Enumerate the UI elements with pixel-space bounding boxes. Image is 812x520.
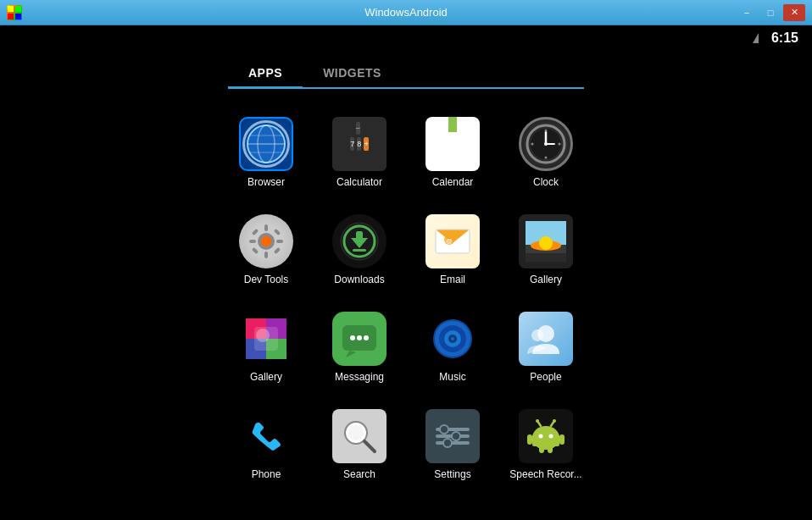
svg-point-71 (443, 439, 452, 447)
svg-rect-2 (8, 14, 14, 19)
app-calendar[interactable]: Calendar (410, 106, 495, 199)
search-label: Search (343, 468, 375, 480)
calculator-label: Calculator (336, 176, 382, 188)
svg-rect-81 (559, 434, 565, 445)
window-title: WindowsAndroid (364, 6, 448, 19)
music-label: Music (439, 371, 465, 383)
svg-rect-82 (539, 446, 544, 453)
gallery2-icon (239, 312, 293, 366)
svg-point-60 (451, 337, 454, 340)
app-search[interactable]: Search (317, 398, 402, 491)
settings-label: Settings (434, 468, 470, 480)
app-gallery1[interactable]: Gallery (503, 203, 588, 296)
minimize-button[interactable]: − (736, 4, 758, 21)
app-email[interactable]: @ Email (410, 203, 495, 296)
search-icon (332, 409, 387, 463)
browser-label: Browser (247, 176, 285, 188)
app-drawer: APPS WIDGETS Browser (0, 51, 812, 520)
svg-point-69 (440, 425, 448, 434)
app-gallery2[interactable]: Gallery (224, 301, 309, 394)
settings-icon (425, 409, 480, 463)
svg-point-79 (553, 419, 556, 423)
tab-widgets[interactable]: WIDGETS (303, 59, 402, 87)
svg-rect-1 (15, 6, 21, 12)
app-downloads[interactable]: Downloads (317, 203, 402, 296)
svg-point-52 (350, 335, 355, 340)
svg-point-74 (539, 434, 543, 439)
devtools-icon (239, 214, 293, 268)
restore-button[interactable]: □ (759, 4, 781, 21)
calculator-icon: − 7 8 + (332, 117, 387, 171)
devtools-label: Dev Tools (244, 274, 288, 285)
svg-point-16 (545, 157, 548, 159)
tabs-container: APPS WIDGETS (228, 59, 584, 89)
speech-label: Speech Recor... (509, 468, 581, 480)
svg-point-64 (348, 425, 364, 440)
svg-point-75 (549, 434, 553, 439)
svg-point-53 (357, 335, 362, 340)
svg-point-43 (539, 236, 553, 250)
people-icon (519, 312, 573, 366)
gallery1-icon (519, 214, 573, 268)
phone-icon (239, 409, 293, 463)
svg-rect-25 (276, 240, 283, 243)
svg-rect-83 (548, 446, 553, 453)
music-icon (425, 312, 480, 366)
app-devtools[interactable]: Dev Tools (224, 203, 309, 296)
titlebar-left (7, 5, 22, 20)
svg-rect-80 (527, 434, 532, 445)
svg-rect-73 (532, 434, 559, 446)
clock-label: Clock (533, 176, 559, 188)
speech-icon (519, 409, 573, 463)
gallery1-label: Gallery (530, 274, 562, 285)
gallery2-label: Gallery (250, 371, 282, 383)
svg-rect-3 (15, 14, 21, 19)
svg-point-9 (247, 125, 285, 163)
downloads-label: Downloads (334, 274, 384, 285)
app-settings[interactable]: Settings (410, 398, 495, 491)
svg-rect-24 (249, 240, 256, 243)
svg-point-18 (559, 143, 561, 146)
phone-label: Phone (252, 468, 281, 480)
time-display: 6:15 (771, 30, 798, 46)
svg-point-14 (544, 142, 548, 146)
tab-apps[interactable]: APPS (228, 59, 303, 89)
svg-text:@: @ (446, 237, 453, 245)
svg-point-15 (545, 130, 548, 132)
svg-point-54 (364, 335, 369, 340)
clock-icon (519, 117, 573, 171)
people-label: People (530, 371, 561, 383)
browser-icon (239, 117, 293, 171)
titlebar-controls: − □ ✕ (736, 4, 805, 21)
svg-point-62 (531, 329, 543, 341)
app-people[interactable]: People (503, 301, 588, 394)
app-calculator[interactable]: − 7 8 + Calculator (317, 106, 402, 199)
svg-rect-33 (356, 231, 363, 240)
calendar-icon (425, 117, 480, 171)
app-clock[interactable]: Clock (503, 106, 588, 199)
status-bar: 6:15 (0, 25, 812, 51)
app-browser[interactable]: Browser (224, 106, 309, 199)
messaging-label: Messaging (335, 371, 384, 383)
svg-rect-34 (353, 249, 366, 252)
app-phone[interactable]: Phone (224, 398, 309, 491)
app-messaging[interactable]: Messaging (317, 301, 402, 394)
svg-point-70 (452, 432, 460, 440)
app-music[interactable]: Music (410, 301, 495, 394)
svg-rect-23 (264, 252, 268, 258)
svg-point-4 (247, 125, 285, 163)
svg-point-17 (531, 143, 534, 146)
titlebar: WindowsAndroid − □ ✕ (0, 0, 812, 25)
app-grid: Browser − 7 8 + (207, 106, 605, 491)
android-screen: 6:15 APPS WIDGETS (0, 25, 812, 520)
svg-point-78 (536, 419, 539, 423)
email-icon: @ (425, 214, 480, 268)
messaging-icon (332, 312, 387, 366)
svg-rect-44 (526, 253, 566, 262)
app-speech[interactable]: Speech Recor... (503, 398, 588, 491)
svg-line-65 (364, 441, 375, 451)
svg-point-5 (258, 125, 275, 163)
svg-point-21 (261, 236, 271, 246)
close-button[interactable]: ✕ (783, 4, 805, 21)
svg-point-50 (256, 329, 270, 342)
